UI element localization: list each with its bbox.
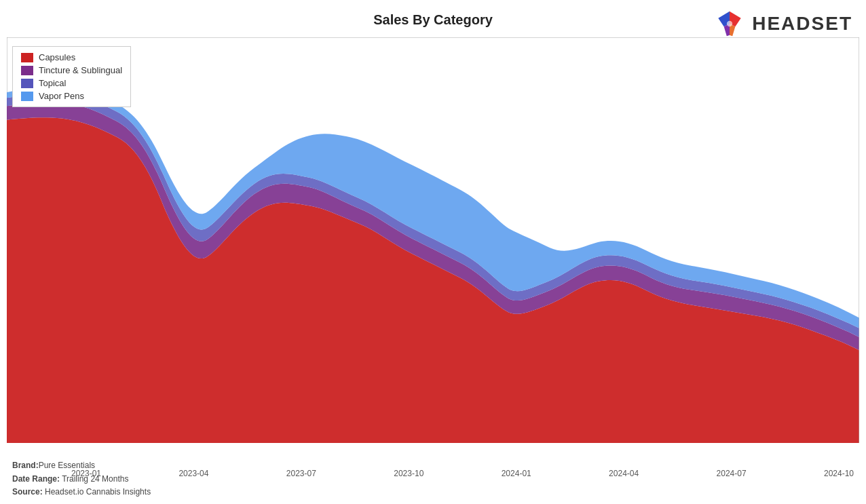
x-label-7: 2024-10 bbox=[824, 469, 854, 478]
legend: Capsules Tincture & Sublingual Topical V… bbox=[12, 46, 131, 107]
legend-label-tincture: Tincture & Sublingual bbox=[39, 65, 122, 75]
chart-title: Sales By Category bbox=[0, 12, 866, 28]
chart-container: HEADSET Sales By Category Capsules Tinct… bbox=[0, 0, 866, 504]
x-label-6: 2024-07 bbox=[717, 469, 747, 478]
x-label-1: 2023-04 bbox=[178, 469, 208, 478]
date-range-label: Date Range: bbox=[12, 474, 60, 484]
legend-label-capsules: Capsules bbox=[39, 52, 75, 62]
footer-info: Brand:Pure Essentials Date Range: Traili… bbox=[12, 459, 151, 499]
legend-label-topical: Topical bbox=[39, 78, 66, 88]
chart-area bbox=[7, 37, 859, 443]
legend-item-capsules: Capsules bbox=[21, 52, 122, 62]
legend-color-vapor bbox=[21, 92, 33, 101]
brand-value: Pure Essentials bbox=[39, 461, 95, 470]
x-label-4: 2024-01 bbox=[502, 469, 531, 478]
legend-color-capsules bbox=[21, 53, 33, 62]
x-label-5: 2024-04 bbox=[609, 469, 639, 478]
legend-item-topical: Topical bbox=[21, 78, 122, 88]
legend-label-vapor: Vapor Pens bbox=[39, 91, 84, 101]
legend-color-topical bbox=[21, 79, 33, 88]
x-label-2: 2023-07 bbox=[286, 469, 316, 478]
area-chart-svg bbox=[7, 37, 859, 443]
source-label: Source: bbox=[12, 487, 43, 497]
legend-item-vapor: Vapor Pens bbox=[21, 91, 122, 101]
x-label-3: 2023-10 bbox=[394, 469, 423, 478]
date-range-value: Trailing 24 Months bbox=[62, 474, 128, 484]
legend-item-tincture: Tincture & Sublingual bbox=[21, 65, 122, 75]
legend-color-tincture bbox=[21, 66, 33, 75]
brand-label: Brand: bbox=[12, 461, 39, 470]
source-value: Headset.io Cannabis Insights bbox=[45, 487, 151, 497]
